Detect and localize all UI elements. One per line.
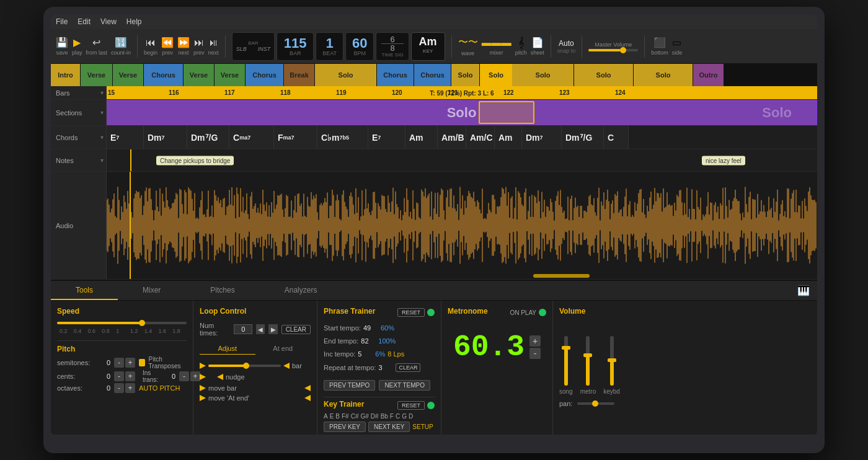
- next2-button[interactable]: ⏯ next: [208, 37, 219, 56]
- semitones-minus[interactable]: -: [114, 358, 124, 368]
- bar-value-display[interactable]: 115 BAR: [277, 32, 314, 61]
- overview-section-3[interactable]: Chorus: [144, 64, 184, 86]
- prev-button[interactable]: ⏪ prev: [161, 37, 174, 56]
- menu-view[interactable]: View: [100, 17, 117, 26]
- bar-tick-122: 122: [503, 89, 514, 96]
- waveform-canvas: [107, 172, 817, 279]
- key-display[interactable]: Am KEY: [411, 32, 445, 61]
- octaves-controls[interactable]: - +: [114, 383, 135, 393]
- cents-controls[interactable]: - +: [114, 371, 135, 381]
- overview-section-6[interactable]: Chorus: [246, 64, 284, 86]
- semitones-controls[interactable]: - +: [114, 358, 135, 368]
- side-button[interactable]: ▭ side: [672, 37, 683, 56]
- play-button[interactable]: ▶ play: [72, 37, 82, 56]
- adjust-tab[interactable]: Adjust: [200, 343, 255, 355]
- overview-section-14[interactable]: Solo: [574, 64, 634, 86]
- bar-right-arrow[interactable]: [283, 363, 290, 369]
- overview-section-11[interactable]: Solo: [451, 64, 480, 86]
- overview-section-0[interactable]: Intro: [51, 64, 81, 86]
- tab-mixer[interactable]: Mixer: [118, 281, 185, 300]
- wave-button[interactable]: 〜〜 wave: [458, 36, 478, 56]
- from-last-button[interactable]: ↩ from last: [86, 37, 108, 56]
- next-button[interactable]: ⏩ next: [177, 37, 190, 56]
- mixer-button[interactable]: ▬▬▬ mixer: [482, 37, 512, 56]
- overview-section-12[interactable]: Solo: [480, 64, 512, 86]
- master-volume-control: Master Volume: [588, 42, 638, 51]
- bottom-button[interactable]: ⬛ bottom: [651, 37, 668, 56]
- ins-trans-minus[interactable]: -: [179, 371, 189, 381]
- cents-plus[interactable]: +: [125, 371, 135, 381]
- num-times-inc[interactable]: ▶: [268, 324, 277, 334]
- phrase-reset-button[interactable]: RESET: [397, 308, 425, 317]
- tab-analyzers[interactable]: Analyzers: [260, 281, 342, 300]
- move-at-end-right[interactable]: [304, 395, 311, 401]
- piano-icon[interactable]: 🎹: [790, 281, 817, 300]
- num-times-input[interactable]: [234, 324, 252, 334]
- octaves-minus[interactable]: -: [114, 383, 124, 393]
- prev-key-button[interactable]: PREV KEY: [324, 422, 366, 432]
- key-reset-button[interactable]: RESET: [397, 401, 425, 410]
- cents-minus[interactable]: -: [114, 371, 124, 381]
- overview-section-1[interactable]: Verse: [81, 64, 113, 86]
- snap-to-control[interactable]: Auto snap to: [557, 39, 576, 54]
- chord-cell-2: Dm⁷/G: [187, 126, 229, 149]
- move-bar-left[interactable]: [200, 385, 206, 391]
- song-vol-slider[interactable]: [564, 336, 568, 386]
- semitones-plus[interactable]: +: [125, 358, 135, 368]
- auto-pitch-button[interactable]: AUTO PITCH: [139, 384, 180, 392]
- overview-section-10[interactable]: Chorus: [414, 64, 451, 86]
- key-trainer-btns: PREV KEY NEXT KEY SETUP: [324, 422, 435, 432]
- metro-minus[interactable]: -: [529, 348, 541, 359]
- bar-slider[interactable]: [208, 365, 281, 367]
- count-in-button[interactable]: 🔢 count-in: [111, 37, 131, 56]
- at-end-tab[interactable]: At end: [255, 343, 311, 355]
- save-button[interactable]: 💾 save: [56, 37, 68, 56]
- sep3: [451, 35, 452, 58]
- num-times-dec[interactable]: ◀: [256, 324, 265, 334]
- octaves-plus[interactable]: +: [125, 383, 135, 393]
- overview-section-4[interactable]: Verse: [184, 64, 215, 86]
- key-trainer-title: Key Trainer: [324, 400, 364, 409]
- chord-cell-1: Dm7: [144, 126, 187, 149]
- speed-pitch-panel: Speed 0.2 0.4 0.6 0.8 1 1.2: [51, 301, 193, 435]
- speed-slider-container[interactable]: [57, 322, 187, 324]
- overview-section-7[interactable]: Break: [284, 64, 315, 86]
- scroll-indicator[interactable]: [533, 274, 590, 278]
- metronome-bpm: 60.3: [453, 330, 525, 364]
- pitch-button[interactable]: 𝄞 pitch: [515, 37, 527, 56]
- clear-button[interactable]: CLEAR: [281, 325, 311, 334]
- keybd-vol-slider[interactable]: [610, 336, 614, 386]
- chords-content: E7Dm7Dm⁷/GCma7Fma7C♭m7b5E7AmAm/BAm/CAmDm…: [107, 126, 817, 149]
- nudge-right-arrow[interactable]: [217, 374, 223, 380]
- pitch-transposes-checkbox[interactable]: [139, 359, 145, 366]
- metro-plus[interactable]: +: [529, 335, 541, 347]
- menu-edit[interactable]: Edit: [78, 17, 91, 26]
- menu-file[interactable]: File: [56, 17, 68, 26]
- prev-tempo-button[interactable]: PREV TEMPO: [324, 380, 375, 391]
- setup-button[interactable]: SETUP: [412, 423, 433, 430]
- nudge-left-arrow[interactable]: [200, 374, 206, 380]
- repeat-clear-button[interactable]: CLEAR: [396, 363, 420, 372]
- begin-button[interactable]: ⏮ begin: [144, 37, 157, 56]
- metro-vol-slider[interactable]: [586, 336, 590, 386]
- overview-section-13[interactable]: Solo: [512, 64, 574, 86]
- overview-section-5[interactable]: Verse: [215, 64, 246, 86]
- next-key-button[interactable]: NEXT KEY: [368, 422, 410, 432]
- chord-cell-9: Am/C: [466, 126, 495, 149]
- menu-help[interactable]: Help: [126, 17, 142, 26]
- next-tempo-button[interactable]: NEXT TEMPO: [379, 380, 430, 391]
- pan-slider[interactable]: [577, 402, 614, 405]
- move-at-end-left[interactable]: [200, 395, 206, 401]
- overview-section-15[interactable]: Solo: [634, 64, 693, 86]
- bar-left-arrow[interactable]: [200, 363, 206, 369]
- move-bar-right[interactable]: [304, 385, 311, 391]
- overview-section-8[interactable]: Solo: [315, 64, 377, 86]
- prev2-button[interactable]: ⏭ prev: [193, 37, 205, 56]
- volume-title: Volume: [559, 307, 811, 316]
- sheet-button[interactable]: 📄 sheet: [531, 37, 544, 56]
- overview-section-2[interactable]: Verse: [113, 64, 144, 86]
- tab-tools[interactable]: Tools: [51, 281, 118, 300]
- overview-section-16[interactable]: Outro: [693, 64, 724, 86]
- tab-pitches[interactable]: Pitches: [185, 281, 259, 300]
- overview-section-9[interactable]: Chorus: [377, 64, 414, 86]
